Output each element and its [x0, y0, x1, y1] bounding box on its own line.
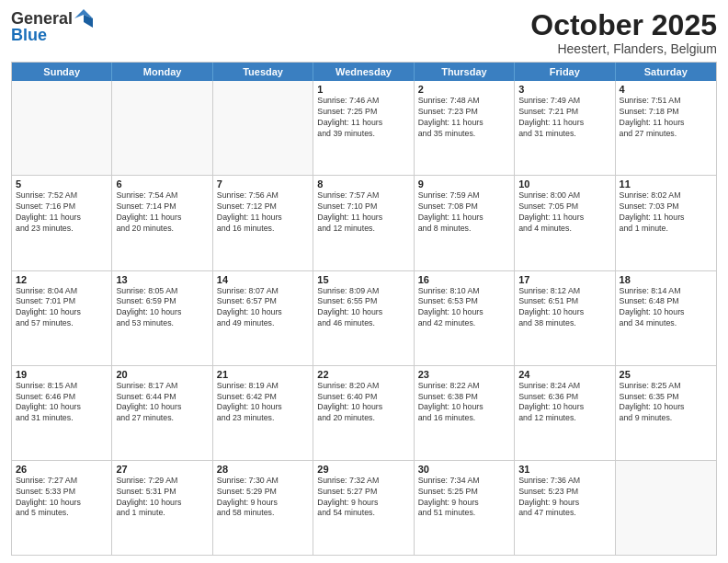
day-number: 8: [317, 178, 409, 190]
day-info: Sunrise: 8:25 AM Sunset: 6:35 PM Dayligh…: [620, 381, 712, 425]
calendar-cell-day-2: 2Sunrise: 7:48 AM Sunset: 7:23 PM Daylig…: [415, 81, 515, 175]
day-info: Sunrise: 7:34 AM Sunset: 5:25 PM Dayligh…: [418, 476, 510, 520]
calendar-row-1: 5Sunrise: 7:52 AM Sunset: 7:16 PM Daylig…: [12, 175, 716, 270]
logo-blue: Blue: [11, 26, 93, 45]
day-info: Sunrise: 7:46 AM Sunset: 7:25 PM Dayligh…: [317, 96, 409, 140]
day-info: Sunrise: 7:52 AM Sunset: 7:16 PM Dayligh…: [16, 190, 108, 235]
day-number: 9: [418, 178, 510, 190]
day-number: 5: [16, 178, 108, 190]
day-number: 19: [16, 369, 108, 380]
calendar-cell-day-28: 28Sunrise: 7:30 AM Sunset: 5:29 PM Dayli…: [213, 461, 313, 555]
day-number: 24: [518, 369, 610, 380]
day-number: 13: [116, 274, 208, 285]
day-number: 18: [620, 274, 712, 285]
day-number: 30: [418, 464, 510, 475]
calendar-cell-day-9: 9Sunrise: 7:59 AM Sunset: 7:08 PM Daylig…: [415, 176, 515, 270]
day-info: Sunrise: 7:32 AM Sunset: 5:27 PM Dayligh…: [317, 476, 409, 520]
day-number: 3: [518, 84, 610, 95]
day-info: Sunrise: 7:30 AM Sunset: 5:29 PM Dayligh…: [217, 476, 309, 520]
day-number: 26: [16, 464, 108, 475]
day-info: Sunrise: 8:05 AM Sunset: 6:59 PM Dayligh…: [116, 286, 208, 330]
day-info: Sunrise: 7:48 AM Sunset: 7:23 PM Dayligh…: [418, 96, 510, 140]
calendar-cell-day-24: 24Sunrise: 8:24 AM Sunset: 6:36 PM Dayli…: [515, 366, 615, 460]
location: Heestert, Flanders, Belgium: [530, 41, 717, 56]
svg-marker-1: [84, 15, 93, 28]
day-number: 31: [518, 464, 610, 475]
day-info: Sunrise: 8:15 AM Sunset: 6:46 PM Dayligh…: [16, 381, 108, 425]
calendar-cell-day-17: 17Sunrise: 8:12 AM Sunset: 6:51 PM Dayli…: [515, 271, 615, 365]
weekday-header-sunday: Sunday: [12, 63, 112, 81]
logo-icon: [74, 9, 93, 28]
day-number: 1: [317, 84, 409, 95]
calendar-cell-day-27: 27Sunrise: 7:29 AM Sunset: 5:31 PM Dayli…: [112, 461, 212, 555]
calendar-cell-day-10: 10Sunrise: 8:00 AM Sunset: 7:05 PM Dayli…: [515, 176, 615, 270]
day-info: Sunrise: 8:20 AM Sunset: 6:40 PM Dayligh…: [317, 381, 409, 425]
calendar-cell-day-13: 13Sunrise: 8:05 AM Sunset: 6:59 PM Dayli…: [112, 271, 212, 365]
day-info: Sunrise: 8:00 AM Sunset: 7:05 PM Dayligh…: [518, 190, 610, 235]
month-title: October 2025: [530, 9, 717, 41]
day-number: 2: [418, 84, 510, 95]
day-number: 14: [217, 274, 309, 285]
day-number: 4: [620, 84, 712, 95]
calendar-cell-day-18: 18Sunrise: 8:14 AM Sunset: 6:48 PM Dayli…: [616, 271, 716, 365]
calendar-cell-day-1: 1Sunrise: 7:46 AM Sunset: 7:25 PM Daylig…: [313, 81, 414, 175]
page-header: General Blue October 2025 Heestert, Flan…: [11, 9, 717, 56]
day-number: 21: [217, 369, 309, 380]
day-info: Sunrise: 8:22 AM Sunset: 6:38 PM Dayligh…: [418, 381, 510, 425]
calendar-cell-day-5: 5Sunrise: 7:52 AM Sunset: 7:16 PM Daylig…: [12, 176, 112, 270]
calendar-cell-day-14: 14Sunrise: 8:07 AM Sunset: 6:57 PM Dayli…: [213, 271, 313, 365]
calendar-cell-day-3: 3Sunrise: 7:49 AM Sunset: 7:21 PM Daylig…: [515, 81, 615, 175]
calendar-cell-day-15: 15Sunrise: 8:09 AM Sunset: 6:55 PM Dayli…: [313, 271, 414, 365]
day-info: Sunrise: 8:12 AM Sunset: 6:51 PM Dayligh…: [518, 286, 610, 330]
calendar-cell-day-26: 26Sunrise: 7:27 AM Sunset: 5:33 PM Dayli…: [12, 461, 112, 555]
day-info: Sunrise: 8:09 AM Sunset: 6:55 PM Dayligh…: [317, 286, 409, 330]
logo: General Blue: [11, 9, 93, 45]
calendar-cell-day-12: 12Sunrise: 8:04 AM Sunset: 7:01 PM Dayli…: [12, 271, 112, 365]
calendar-row-3: 19Sunrise: 8:15 AM Sunset: 6:46 PM Dayli…: [12, 365, 716, 460]
day-info: Sunrise: 8:02 AM Sunset: 7:03 PM Dayligh…: [620, 190, 712, 235]
calendar-cell-empty: [12, 81, 112, 175]
day-number: 17: [518, 274, 610, 285]
calendar-cell-day-30: 30Sunrise: 7:34 AM Sunset: 5:25 PM Dayli…: [415, 461, 515, 555]
title-block: October 2025 Heestert, Flanders, Belgium: [530, 9, 717, 56]
day-number: 22: [317, 369, 409, 380]
day-info: Sunrise: 7:57 AM Sunset: 7:10 PM Dayligh…: [317, 190, 409, 235]
calendar-cell-day-29: 29Sunrise: 7:32 AM Sunset: 5:27 PM Dayli…: [313, 461, 414, 555]
day-number: 23: [418, 369, 510, 380]
calendar-cell-day-22: 22Sunrise: 8:20 AM Sunset: 6:40 PM Dayli…: [313, 366, 414, 460]
day-info: Sunrise: 7:56 AM Sunset: 7:12 PM Dayligh…: [217, 190, 309, 235]
day-number: 25: [620, 369, 712, 380]
calendar-cell-day-21: 21Sunrise: 8:19 AM Sunset: 6:42 PM Dayli…: [213, 366, 313, 460]
day-number: 11: [620, 178, 712, 190]
day-info: Sunrise: 8:10 AM Sunset: 6:53 PM Dayligh…: [418, 286, 510, 330]
day-info: Sunrise: 7:36 AM Sunset: 5:23 PM Dayligh…: [518, 476, 610, 520]
day-info: Sunrise: 7:49 AM Sunset: 7:21 PM Dayligh…: [518, 96, 610, 140]
weekday-header-friday: Friday: [515, 63, 615, 81]
day-info: Sunrise: 7:27 AM Sunset: 5:33 PM Dayligh…: [16, 476, 108, 520]
calendar-cell-day-19: 19Sunrise: 8:15 AM Sunset: 6:46 PM Dayli…: [12, 366, 112, 460]
day-number: 7: [217, 178, 309, 190]
day-number: 29: [317, 464, 409, 475]
calendar-cell-day-23: 23Sunrise: 8:22 AM Sunset: 6:38 PM Dayli…: [415, 366, 515, 460]
day-info: Sunrise: 8:04 AM Sunset: 7:01 PM Dayligh…: [16, 286, 108, 330]
calendar-header: SundayMondayTuesdayWednesdayThursdayFrid…: [12, 63, 716, 81]
day-info: Sunrise: 7:51 AM Sunset: 7:18 PM Dayligh…: [620, 96, 712, 140]
calendar-cell-day-31: 31Sunrise: 7:36 AM Sunset: 5:23 PM Dayli…: [515, 461, 615, 555]
day-info: Sunrise: 8:14 AM Sunset: 6:48 PM Dayligh…: [620, 286, 712, 330]
calendar-row-2: 12Sunrise: 8:04 AM Sunset: 7:01 PM Dayli…: [12, 270, 716, 365]
calendar-container: General Blue October 2025 Heestert, Flan…: [0, 0, 728, 563]
calendar-cell-day-16: 16Sunrise: 8:10 AM Sunset: 6:53 PM Dayli…: [415, 271, 515, 365]
day-info: Sunrise: 8:19 AM Sunset: 6:42 PM Dayligh…: [217, 381, 309, 425]
calendar-cell-empty: [616, 461, 716, 555]
calendar-cell-day-25: 25Sunrise: 8:25 AM Sunset: 6:35 PM Dayli…: [616, 366, 716, 460]
calendar-cell-day-8: 8Sunrise: 7:57 AM Sunset: 7:10 PM Daylig…: [313, 176, 414, 270]
calendar-cell-day-11: 11Sunrise: 8:02 AM Sunset: 7:03 PM Dayli…: [616, 176, 716, 270]
calendar-row-0: 1Sunrise: 7:46 AM Sunset: 7:25 PM Daylig…: [12, 81, 716, 175]
calendar-cell-day-20: 20Sunrise: 8:17 AM Sunset: 6:44 PM Dayli…: [112, 366, 212, 460]
calendar-cell-day-4: 4Sunrise: 7:51 AM Sunset: 7:18 PM Daylig…: [616, 81, 716, 175]
calendar: SundayMondayTuesdayWednesdayThursdayFrid…: [11, 62, 717, 556]
weekday-header-saturday: Saturday: [616, 63, 716, 81]
day-info: Sunrise: 7:29 AM Sunset: 5:31 PM Dayligh…: [116, 476, 208, 520]
calendar-row-4: 26Sunrise: 7:27 AM Sunset: 5:33 PM Dayli…: [12, 460, 716, 555]
weekday-header-wednesday: Wednesday: [313, 63, 414, 81]
